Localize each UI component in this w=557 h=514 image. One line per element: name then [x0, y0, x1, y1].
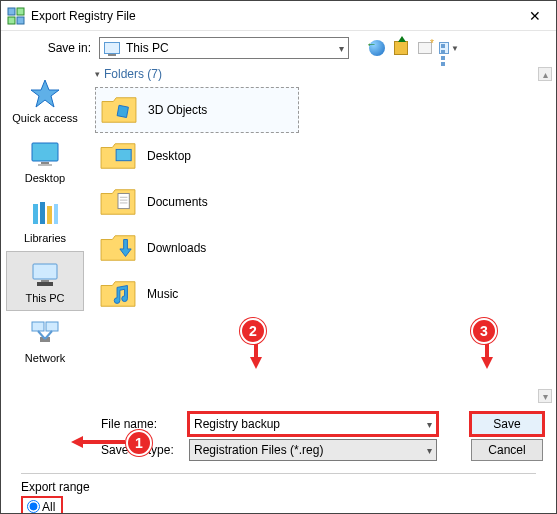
documents-folder-icon	[99, 186, 137, 218]
sidebar-item-label: Network	[25, 352, 65, 364]
sidebar-item-this-pc[interactable]: This PC	[6, 251, 84, 311]
chevron-down-icon: ▾	[427, 419, 432, 430]
cancel-button[interactable]: Cancel	[471, 439, 543, 461]
libraries-icon	[29, 198, 61, 230]
filename-value: Registry backup	[194, 417, 280, 431]
divider	[21, 473, 536, 474]
registry-icon	[7, 7, 25, 25]
export-range-all-label: All	[42, 500, 55, 514]
svg-rect-2	[8, 17, 15, 24]
svg-rect-22	[118, 194, 129, 209]
sidebar-item-label: Libraries	[24, 232, 66, 244]
list-item[interactable]: Downloads	[95, 225, 550, 271]
list-item[interactable]: 3D Objects	[95, 87, 299, 133]
window-title: Export Registry File	[31, 9, 514, 23]
filename-label: File name:	[101, 417, 181, 431]
svg-rect-15	[32, 322, 44, 331]
export-range-all-radio[interactable]	[27, 500, 40, 513]
svg-marker-20	[117, 105, 128, 117]
svg-marker-4	[31, 80, 59, 107]
desktop-icon	[29, 138, 61, 170]
svg-rect-13	[41, 280, 49, 282]
list-item-label: Music	[147, 287, 178, 301]
svg-rect-3	[17, 17, 24, 24]
annotation-arrow-1	[69, 431, 127, 453]
this-pc-icon	[29, 258, 61, 290]
export-range-title: Export range	[21, 480, 536, 494]
svg-rect-21	[116, 149, 131, 160]
scroll-down-button[interactable]: ▾	[538, 389, 552, 403]
svg-rect-14	[37, 282, 53, 286]
sidebar-item-quick-access[interactable]: Quick access	[6, 71, 84, 131]
save-as-type-value: Registration Files (*.reg)	[194, 443, 323, 457]
annotation-badge-2: 2	[240, 318, 266, 344]
places-sidebar: Quick access Desktop Libraries This PC N…	[1, 65, 89, 405]
save-in-label: Save in:	[31, 41, 91, 55]
list-item-label: Downloads	[147, 241, 206, 255]
3d-objects-icon	[100, 94, 138, 126]
view-menu-button[interactable]: ▼	[439, 38, 459, 58]
this-pc-icon	[104, 42, 120, 54]
svg-rect-6	[41, 162, 49, 164]
svg-rect-9	[40, 202, 45, 224]
quick-access-icon	[29, 78, 61, 110]
save-button[interactable]: Save	[471, 413, 543, 435]
titlebar: Export Registry File ✕	[1, 1, 556, 31]
svg-rect-0	[8, 8, 15, 15]
annotation-arrow-3	[476, 341, 498, 371]
close-button[interactable]: ✕	[514, 1, 556, 30]
sidebar-item-label: Desktop	[25, 172, 65, 184]
svg-rect-11	[54, 204, 58, 224]
save-in-row: Save in: This PC ▾ ▼	[1, 31, 556, 65]
annotation-badge-3: 3	[471, 318, 497, 344]
list-item[interactable]: Desktop	[95, 133, 550, 179]
chevron-down-icon: ▾	[339, 43, 344, 54]
export-range-group: Export range All Selected branch HKEY_LO…	[1, 478, 556, 514]
chevron-down-icon: ▾	[427, 445, 432, 456]
svg-marker-29	[250, 357, 262, 369]
svg-rect-16	[46, 322, 58, 331]
list-item[interactable]: Music	[95, 271, 550, 317]
new-folder-icon	[418, 42, 432, 54]
list-item[interactable]: Documents	[95, 179, 550, 225]
globe-back-icon	[369, 40, 385, 56]
annotation-badge-1: 1	[126, 430, 152, 456]
back-button[interactable]	[367, 38, 387, 58]
network-icon	[29, 318, 61, 350]
svg-rect-8	[33, 204, 38, 224]
downloads-folder-icon	[99, 232, 137, 264]
svg-marker-27	[71, 436, 83, 448]
view-grid-icon	[439, 42, 449, 54]
filename-combo[interactable]: Registry backup ▾	[189, 413, 437, 435]
svg-rect-12	[33, 264, 57, 279]
sidebar-item-label: Quick access	[12, 112, 77, 124]
folders-group-header[interactable]: Folders (7)	[89, 65, 556, 83]
music-folder-icon	[99, 278, 137, 310]
svg-marker-31	[481, 357, 493, 369]
svg-rect-7	[38, 164, 52, 166]
scroll-up-button[interactable]: ▴	[538, 67, 552, 81]
new-folder-button[interactable]	[415, 38, 435, 58]
svg-rect-5	[32, 143, 58, 161]
up-one-level-button[interactable]	[391, 38, 411, 58]
save-in-value: This PC	[126, 41, 169, 55]
svg-rect-1	[17, 8, 24, 15]
sidebar-item-network[interactable]: Network	[6, 311, 84, 371]
save-in-combo[interactable]: This PC ▾	[99, 37, 349, 59]
folder-up-icon	[394, 41, 408, 55]
sidebar-item-label: This PC	[25, 292, 64, 304]
annotation-arrow-2	[245, 341, 267, 371]
sidebar-item-libraries[interactable]: Libraries	[6, 191, 84, 251]
list-item-label: Desktop	[147, 149, 191, 163]
svg-rect-10	[47, 206, 52, 224]
list-item-label: Documents	[147, 195, 208, 209]
chevron-down-icon: ▼	[451, 44, 459, 53]
list-item-label: 3D Objects	[148, 103, 207, 117]
folder-icon	[99, 140, 137, 172]
sidebar-item-desktop[interactable]: Desktop	[6, 131, 84, 191]
save-as-type-combo[interactable]: Registration Files (*.reg) ▾	[189, 439, 437, 461]
